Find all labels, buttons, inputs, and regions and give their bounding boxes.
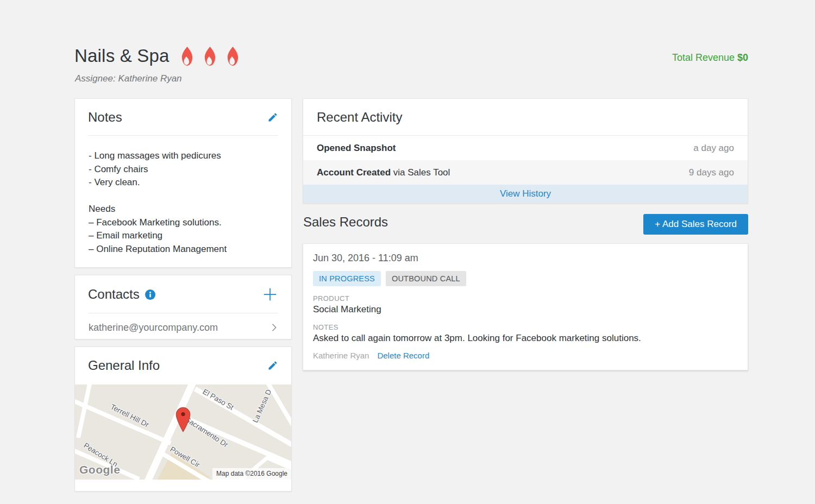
status-badge: IN PROGRESS xyxy=(313,271,381,286)
activity-row: Account Created via Sales Tool 9 days ag… xyxy=(303,160,748,185)
note-line: - Long massages with pedicures xyxy=(89,149,278,163)
notes-content: - Long massages with pedicures - Comfy c… xyxy=(75,136,291,256)
note-line: - Comfy chairs xyxy=(89,163,278,177)
google-logo: Google xyxy=(79,463,120,476)
activity-detail: via Sales Tool xyxy=(391,167,450,178)
pencil-icon xyxy=(267,112,278,123)
product-label: PRODUCT xyxy=(313,294,738,303)
notes-title: Notes xyxy=(88,110,122,125)
flame-icon xyxy=(179,46,195,66)
notes-label: NOTES xyxy=(313,323,738,331)
sales-records-title: Sales Records xyxy=(303,215,388,230)
activity-description: Account Created via Sales Tool xyxy=(317,167,450,178)
note-line: – Online Reputation Management xyxy=(89,243,278,256)
chevron-right-icon xyxy=(268,321,279,334)
total-revenue: Total Revenue $0 xyxy=(672,52,748,64)
add-contact-button[interactable] xyxy=(262,286,278,303)
map-attribution: Map data ©2016 Google xyxy=(212,468,291,480)
map-pin-icon xyxy=(175,406,191,433)
activity-timestamp: 9 days ago xyxy=(689,167,734,178)
hotness-rating xyxy=(179,46,241,66)
assignee-label: Assignee: Katherine Ryan xyxy=(75,73,182,84)
recent-activity-title: Recent Activity xyxy=(317,110,402,125)
general-info-panel: General Info El Paso St xyxy=(74,346,292,492)
view-history-link[interactable]: View History xyxy=(303,185,748,203)
record-notes: Asked to call again tomorrow at 3pm. Loo… xyxy=(313,333,738,344)
activity-row: Opened Snapshot a day ago xyxy=(303,136,748,160)
contacts-title: Contacts xyxy=(88,287,140,302)
sales-record-card: Jun 30, 2016 - 11:09 am IN PROGRESS OUTB… xyxy=(303,243,748,370)
call-type-badge: OUTBOUND CALL xyxy=(386,271,466,286)
account-page: Nails & Spa Assignee: Katherine Ryan Tot… xyxy=(0,0,815,504)
record-date: Jun 30, 2016 - 11:09 am xyxy=(313,253,738,264)
activity-description: Opened Snapshot xyxy=(317,143,396,154)
edit-notes-button[interactable] xyxy=(267,112,278,123)
pencil-icon xyxy=(267,360,278,371)
account-header: Nails & Spa xyxy=(74,46,241,66)
notes-panel: Notes - Long massages with pedicures - C… xyxy=(74,98,292,268)
plus-icon xyxy=(262,286,278,303)
page-title: Nails & Spa xyxy=(74,46,170,66)
contact-row[interactable]: katherine@yourcompany.com xyxy=(75,313,291,334)
note-line: – Email marketing xyxy=(89,229,278,243)
note-line: Needs xyxy=(89,203,278,216)
flame-icon xyxy=(225,46,241,66)
product-value: Social Marketing xyxy=(313,304,738,315)
delete-record-link[interactable]: Delete Record xyxy=(377,351,429,360)
edit-general-info-button[interactable] xyxy=(267,360,278,371)
general-info-title: General Info xyxy=(88,358,160,373)
add-sales-record-button[interactable]: + Add Sales Record xyxy=(643,214,748,235)
recent-activity-panel: Recent Activity Opened Snapshot a day ag… xyxy=(303,98,748,204)
contact-email: katherine@yourcompany.com xyxy=(89,322,218,333)
location-map[interactable]: El Paso St La Mesa D Terrell Hill Dr Sac… xyxy=(75,385,291,480)
flame-icon xyxy=(202,46,218,66)
total-revenue-label: Total Revenue xyxy=(672,52,735,63)
record-owner: Katherine Ryan xyxy=(313,351,369,360)
contacts-panel: Contacts katherine@yourcompany.com xyxy=(74,275,292,339)
note-line: – Facebook Marketing solutions. xyxy=(89,216,278,230)
total-revenue-value: $0 xyxy=(737,52,748,63)
activity-timestamp: a day ago xyxy=(693,143,734,154)
activity-action: Account Created xyxy=(317,167,391,178)
note-line xyxy=(89,190,278,203)
activity-action: Opened Snapshot xyxy=(317,143,396,153)
info-icon[interactable] xyxy=(145,289,155,300)
note-line: - Very clean. xyxy=(89,176,278,190)
